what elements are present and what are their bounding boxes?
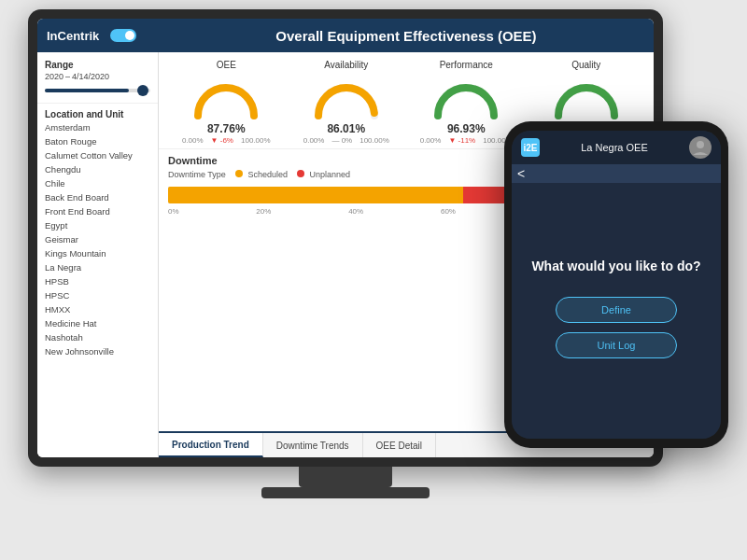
gauge-oee-high: 100.00%	[241, 136, 271, 145]
scheduled-dot	[235, 170, 243, 177]
gauge-oee-title: OEE	[217, 60, 236, 70]
list-item[interactable]: Chengdu	[37, 162, 158, 176]
screen-header: InCentrik Overall Equipment Effectivenes…	[37, 19, 654, 52]
gauge-oee-svg	[189, 74, 263, 120]
phone-back-button[interactable]: <	[512, 164, 721, 183]
list-item[interactable]: Back End Board	[37, 190, 158, 204]
gauge-oee-sub: 0.00% ▼ -6% 100.00%	[182, 136, 271, 145]
gauge-oee-delta: ▼ -6%	[211, 136, 233, 145]
gauge-perf-title: Performance	[440, 60, 493, 70]
list-item[interactable]: New Johnsonville	[37, 344, 158, 358]
phone-unitlog-button[interactable]: Unit Log	[556, 332, 677, 358]
list-item[interactable]: HMXX	[37, 302, 158, 316]
gauge-oee-value: 87.76%	[207, 122, 246, 135]
svg-point-0	[697, 141, 704, 148]
gauge-availability: Availability 86.01% 0.00% — 0% 100.00%	[289, 60, 405, 145]
list-item[interactable]: Medicine Hat	[37, 316, 158, 330]
bar-scheduled	[168, 187, 463, 203]
list-item[interactable]: Nashotah	[37, 330, 158, 344]
monitor-base	[261, 487, 430, 498]
tab-downtime-trends[interactable]: Downtime Trends	[263, 433, 363, 457]
phone-title: La Negra OEE	[581, 142, 648, 153]
axis-20: 20%	[256, 207, 271, 216]
scene: InCentrik Overall Equipment Effectivenes…	[0, 0, 747, 560]
toggle-button[interactable]	[110, 29, 136, 42]
list-item[interactable]: Geismar	[37, 232, 158, 246]
phone-logo: i2E	[521, 138, 540, 157]
phone: i2E La Negra OEE < What would you like t…	[504, 121, 728, 448]
gauge-perf-delta: ▼ -11%	[448, 136, 475, 145]
sidebar-range-title: Range	[37, 58, 158, 71]
sidebar-divider	[37, 103, 158, 104]
phone-logo-icon: i2E	[521, 138, 540, 157]
list-item[interactable]: HPSC	[37, 288, 158, 302]
list-item[interactable]: Calumet Cotton Valley	[37, 148, 158, 162]
date-range-row: 2020 – 4/14/2020	[37, 71, 158, 82]
app-logo: InCentrik	[47, 29, 99, 43]
gauge-avail-value: 86.01%	[327, 122, 365, 135]
list-item[interactable]: Egypt	[37, 218, 158, 232]
tab-oee-detail[interactable]: OEE Detail	[363, 433, 436, 457]
list-item[interactable]: La Negra	[37, 260, 158, 274]
phone-body: What would you like to do? Define Unit L…	[512, 183, 721, 439]
slider-fill	[45, 89, 129, 92]
gauge-avail-sub: 0.00% — 0% 100.00%	[303, 136, 389, 145]
gauge-avail-title: Availability	[324, 60, 368, 70]
avatar-icon	[692, 139, 709, 156]
gauge-qual-title: Quality	[571, 60, 600, 70]
gauge-performance: Performance 96.93% 0.00% ▼ -11% 100.00%	[408, 60, 525, 145]
phone-question: What would you like to do?	[531, 259, 700, 273]
gauge-perf-svg	[429, 74, 503, 120]
phone-avatar	[689, 136, 712, 159]
phone-header: i2E La Negra OEE	[512, 131, 721, 164]
logo-area: InCentrik	[47, 29, 168, 43]
phone-define-button[interactable]: Define	[556, 297, 677, 323]
screen-title: Overall Equipment Effectiveness (OEE)	[168, 28, 644, 44]
phone-screen: i2E La Negra OEE < What would you like t…	[512, 131, 721, 439]
downtime-type-label: Downtime Type	[168, 170, 226, 179]
unplanned-dot	[297, 170, 304, 177]
gauge-perf-low: 0.00%	[420, 136, 442, 145]
gauge-qual-svg	[549, 74, 624, 120]
list-item[interactable]: Front End Board	[37, 204, 158, 218]
list-item[interactable]: Chile	[37, 176, 158, 190]
slider-row[interactable]	[37, 82, 158, 99]
axis-0: 0%	[168, 207, 179, 216]
gauge-avail-svg	[309, 74, 384, 120]
list-item[interactable]: HPSB	[37, 274, 158, 288]
sidebar: Range 2020 – 4/14/2020	[37, 52, 159, 457]
gauge-avail-delta: — 0%	[331, 136, 352, 145]
gauge-avail-low: 0.00%	[303, 136, 325, 145]
gauge-oee: OEE 87.76% 0.00% ▼ -6% 100.00%	[168, 60, 285, 145]
scheduled-legend: Scheduled	[235, 170, 288, 179]
date-start: 2020	[45, 72, 63, 81]
gauge-avail-high: 100.00%	[359, 136, 389, 145]
gauge-perf-sub: 0.00% ▼ -11% 100.00%	[420, 136, 513, 145]
sidebar-filter-title: Location and Unit	[37, 107, 158, 120]
date-end: 4/14/2020	[72, 72, 109, 81]
axis-40: 40%	[348, 207, 363, 216]
axis-60: 60%	[441, 207, 456, 216]
slider-thumb[interactable]	[137, 85, 148, 96]
unplanned-legend: Unplanned	[297, 170, 350, 179]
tab-production-trend[interactable]: Production Trend	[159, 433, 263, 457]
list-item[interactable]: Baton Rouge	[37, 134, 158, 148]
list-item[interactable]: Kings Mountain	[37, 246, 158, 260]
gauge-perf-value: 96.93%	[447, 122, 486, 135]
monitor-stand	[299, 467, 392, 487]
list-item[interactable]: Amsterdam	[37, 120, 158, 134]
gauge-oee-low: 0.00%	[182, 136, 204, 145]
slider-track[interactable]	[45, 89, 150, 92]
